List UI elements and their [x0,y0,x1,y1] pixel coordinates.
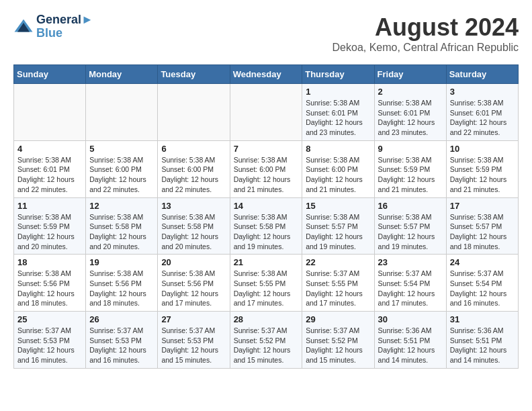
title-block: August 2024 Dekoa, Kemo, Central African… [332,13,519,54]
day-info: Sunrise: 5:37 AMSunset: 5:54 PMDaylight:… [450,269,515,308]
day-info: Sunrise: 5:38 AMSunset: 5:55 PMDaylight:… [234,269,299,308]
day-info: Sunrise: 5:37 AMSunset: 5:53 PMDaylight:… [161,326,226,365]
calendar-cell: 1Sunrise: 5:38 AMSunset: 6:01 PMDaylight… [302,84,374,141]
logo-icon [13,17,34,37]
day-number: 20 [161,257,226,267]
calendar-cell: 26Sunrise: 5:37 AMSunset: 5:53 PMDayligh… [86,312,158,369]
day-number: 6 [161,144,226,154]
day-number: 26 [89,314,154,324]
day-number: 7 [234,144,299,154]
day-info: Sunrise: 5:37 AMSunset: 5:55 PMDaylight:… [306,269,370,308]
logo-text: General► Blue [36,13,93,40]
day-number: 28 [234,314,299,324]
day-info: Sunrise: 5:37 AMSunset: 5:53 PMDaylight:… [17,326,82,365]
day-number: 31 [450,314,515,324]
day-number: 15 [306,201,370,211]
calendar-cell: 30Sunrise: 5:36 AMSunset: 5:51 PMDayligh… [374,312,446,369]
calendar-cell: 11Sunrise: 5:38 AMSunset: 5:59 PMDayligh… [14,197,86,255]
day-info: Sunrise: 5:38 AMSunset: 5:57 PMDaylight:… [450,212,515,252]
day-number: 27 [161,314,226,324]
calendar-header-row: SundayMondayTuesdayWednesdayThursdayFrid… [14,65,519,84]
day-info: Sunrise: 5:38 AMSunset: 6:01 PMDaylight:… [17,155,82,195]
day-info: Sunrise: 5:37 AMSunset: 5:52 PMDaylight:… [234,326,299,365]
day-info: Sunrise: 5:38 AMSunset: 5:58 PMDaylight:… [89,212,154,252]
calendar-cell: 6Sunrise: 5:38 AMSunset: 6:00 PMDaylight… [158,140,230,197]
calendar-cell: 2Sunrise: 5:38 AMSunset: 6:01 PMDaylight… [374,84,446,141]
day-info: Sunrise: 5:36 AMSunset: 5:51 PMDaylight:… [450,326,515,365]
day-number: 24 [450,257,515,267]
day-info: Sunrise: 5:38 AMSunset: 6:00 PMDaylight:… [306,155,370,195]
day-info: Sunrise: 5:38 AMSunset: 6:01 PMDaylight:… [306,98,370,138]
day-number: 3 [450,87,515,97]
day-info: Sunrise: 5:38 AMSunset: 5:59 PMDaylight:… [450,155,515,195]
calendar-cell: 10Sunrise: 5:38 AMSunset: 5:59 PMDayligh… [446,140,518,197]
calendar-cell: 13Sunrise: 5:38 AMSunset: 5:58 PMDayligh… [158,197,230,255]
day-number: 17 [450,201,515,211]
day-number: 21 [234,257,299,267]
calendar-cell: 25Sunrise: 5:37 AMSunset: 5:53 PMDayligh… [14,312,86,369]
calendar-cell: 29Sunrise: 5:37 AMSunset: 5:52 PMDayligh… [302,312,374,369]
day-info: Sunrise: 5:38 AMSunset: 5:56 PMDaylight:… [161,269,226,308]
day-info: Sunrise: 5:38 AMSunset: 5:57 PMDaylight:… [378,212,443,252]
day-number: 13 [161,201,226,211]
calendar-cell: 22Sunrise: 5:37 AMSunset: 5:55 PMDayligh… [302,255,374,312]
calendar-cell: 19Sunrise: 5:38 AMSunset: 5:56 PMDayligh… [86,255,158,312]
calendar-week-row: 18Sunrise: 5:38 AMSunset: 5:56 PMDayligh… [14,255,519,312]
calendar-cell: 7Sunrise: 5:38 AMSunset: 6:00 PMDaylight… [230,140,302,197]
calendar-cell: 21Sunrise: 5:38 AMSunset: 5:55 PMDayligh… [230,255,302,312]
calendar-cell: 15Sunrise: 5:38 AMSunset: 5:57 PMDayligh… [302,197,374,255]
weekday-header-sunday: Sunday [14,65,86,84]
day-info: Sunrise: 5:38 AMSunset: 5:59 PMDaylight:… [378,155,443,195]
calendar-week-row: 11Sunrise: 5:38 AMSunset: 5:59 PMDayligh… [14,197,519,255]
day-info: Sunrise: 5:38 AMSunset: 6:00 PMDaylight:… [234,155,299,195]
weekday-header-saturday: Saturday [446,65,518,84]
calendar-cell: 31Sunrise: 5:36 AMSunset: 5:51 PMDayligh… [446,312,518,369]
calendar-week-row: 4Sunrise: 5:38 AMSunset: 6:01 PMDaylight… [14,140,519,197]
calendar-cell: 28Sunrise: 5:37 AMSunset: 5:52 PMDayligh… [230,312,302,369]
day-number: 9 [378,144,443,154]
location-title: Dekoa, Kemo, Central African Republic [332,42,519,54]
calendar-cell: 12Sunrise: 5:38 AMSunset: 5:58 PMDayligh… [86,197,158,255]
calendar-cell: 14Sunrise: 5:38 AMSunset: 5:58 PMDayligh… [230,197,302,255]
weekday-header-wednesday: Wednesday [230,65,302,84]
calendar-week-row: 25Sunrise: 5:37 AMSunset: 5:53 PMDayligh… [14,312,519,369]
day-number: 29 [306,314,370,324]
calendar-cell [86,84,158,141]
calendar-cell [158,84,230,141]
day-info: Sunrise: 5:36 AMSunset: 5:51 PMDaylight:… [378,326,443,365]
day-info: Sunrise: 5:38 AMSunset: 5:57 PMDaylight:… [306,212,370,252]
day-number: 12 [89,201,154,211]
calendar-cell: 17Sunrise: 5:38 AMSunset: 5:57 PMDayligh… [446,197,518,255]
calendar-cell: 16Sunrise: 5:38 AMSunset: 5:57 PMDayligh… [374,197,446,255]
day-info: Sunrise: 5:38 AMSunset: 6:01 PMDaylight:… [378,98,443,138]
day-number: 23 [378,257,443,267]
calendar-cell: 5Sunrise: 5:38 AMSunset: 6:00 PMDaylight… [86,140,158,197]
calendar-cell [14,84,86,141]
calendar-cell: 18Sunrise: 5:38 AMSunset: 5:56 PMDayligh… [14,255,86,312]
day-number: 10 [450,144,515,154]
logo: General► Blue [13,13,93,40]
day-info: Sunrise: 5:38 AMSunset: 5:58 PMDaylight:… [234,212,299,252]
day-number: 14 [234,201,299,211]
day-number: 11 [17,201,82,211]
day-number: 2 [378,87,443,97]
day-info: Sunrise: 5:38 AMSunset: 6:00 PMDaylight:… [161,155,226,195]
calendar-table: SundayMondayTuesdayWednesdayThursdayFrid… [13,64,519,369]
day-number: 30 [378,314,443,324]
day-info: Sunrise: 5:38 AMSunset: 6:01 PMDaylight:… [450,98,515,138]
weekday-header-monday: Monday [86,65,158,84]
calendar-cell: 27Sunrise: 5:37 AMSunset: 5:53 PMDayligh… [158,312,230,369]
day-info: Sunrise: 5:37 AMSunset: 5:53 PMDaylight:… [89,326,154,365]
day-number: 25 [17,314,82,324]
day-number: 8 [306,144,370,154]
weekday-header-tuesday: Tuesday [158,65,230,84]
calendar-cell [230,84,302,141]
day-number: 18 [17,257,82,267]
calendar-week-row: 1Sunrise: 5:38 AMSunset: 6:01 PMDaylight… [14,84,519,141]
day-number: 5 [89,144,154,154]
calendar-cell: 8Sunrise: 5:38 AMSunset: 6:00 PMDaylight… [302,140,374,197]
day-info: Sunrise: 5:38 AMSunset: 6:00 PMDaylight:… [89,155,154,195]
day-number: 4 [17,144,82,154]
weekday-header-friday: Friday [374,65,446,84]
day-number: 16 [378,201,443,211]
